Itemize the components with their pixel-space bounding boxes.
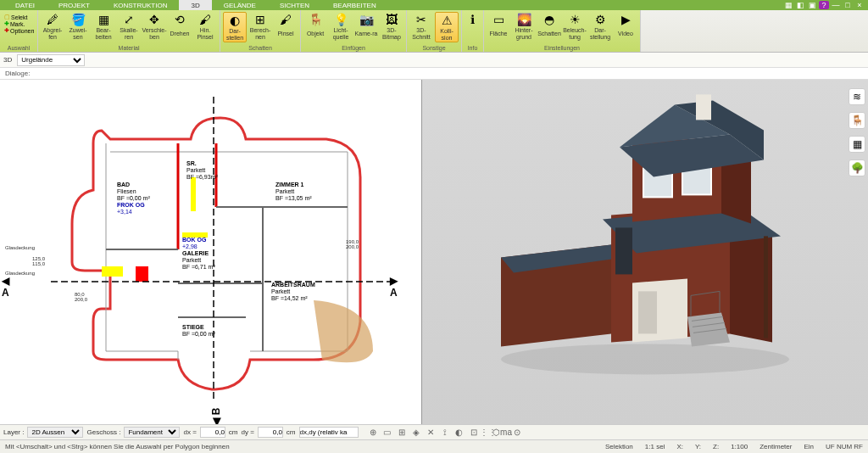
ribbon: ▢Selekt ✚Mark. ✚Optionen Auswahl 🖉Abgrei… <box>0 10 868 53</box>
drehen-button[interactable]: ⟲Drehen <box>168 12 192 41</box>
tool-icon[interactable]: ⊡ <box>468 427 480 439</box>
tool-icon[interactable]: ◐ <box>453 427 465 439</box>
svg-rect-7 <box>102 266 123 277</box>
geschoss-select[interactable]: Fundament <box>124 427 180 438</box>
ribbon-group-auswahl: ▢Selekt ✚Mark. ✚Optionen Auswahl <box>0 10 38 52</box>
ribbon-group-einstellungen: ▭Fläche 🌄Hinter-grund ◓Schatten ☀Beleuch… <box>484 10 641 52</box>
ribbon-group-einfuegen: 🪑Objekt 💡Licht-quelle 📷Kame-ra 🖼3D-Bitma… <box>301 10 407 52</box>
svg-rect-36 <box>696 94 711 120</box>
lichtquelle-button[interactable]: 💡Licht-quelle <box>329 12 353 41</box>
tree-icon[interactable]: 🌳 <box>849 159 865 176</box>
zuweisen-button[interactable]: 🪣Zuwei-sen <box>66 12 90 41</box>
glasdeckung-label-2: Glasdeckung <box>5 271 35 276</box>
objekt-button[interactable]: 🪑Objekt <box>303 12 327 41</box>
berechnen-button[interactable]: ⊞Berech-nen <box>248 12 272 42</box>
tool-icon[interactable]: ✕ <box>425 427 437 439</box>
menu-tab-sichten[interactable]: SICHTEN <box>268 0 321 10</box>
dx-input[interactable] <box>200 427 225 438</box>
view-label: 3D <box>3 56 12 64</box>
close-icon[interactable]: × <box>854 1 865 9</box>
schatten-set-button[interactable]: ◓Schatten <box>537 12 561 41</box>
menu-tab-3d[interactable]: 3D <box>179 0 211 10</box>
svg-point-13 <box>501 344 789 374</box>
dy-input[interactable] <box>258 427 283 438</box>
3d-canvas[interactable]: ≋ 🪑 ▦ 🌳 <box>422 80 868 424</box>
status-ein: Ein <box>804 443 814 450</box>
ribbon-group-title: Sonstige <box>409 45 459 52</box>
section-mark-a: ◀A <box>2 275 9 299</box>
menu-tab-bearbeiten[interactable]: BEARBEITEN <box>321 0 388 10</box>
svg-rect-32 <box>615 227 632 274</box>
optionen-button[interactable]: ✚Optionen <box>4 27 33 34</box>
hinpinsel-button[interactable]: 🖌Hin. Pinsel <box>193 12 217 41</box>
bitmap-button[interactable]: 🖼3D-Bitmap <box>380 12 403 41</box>
status-y: Y: <box>695 443 701 450</box>
dxdy-input[interactable] <box>299 427 359 438</box>
ribbon-group-title: Material <box>41 45 217 52</box>
video-button[interactable]: ▶Video <box>614 12 637 41</box>
minimize-icon[interactable]: — <box>831 1 841 9</box>
mark-button[interactable]: ✚Mark. <box>4 20 33 27</box>
menu-tab-gelaende[interactable]: GELÄNDE <box>212 0 268 10</box>
menu-tab-datei[interactable]: DATEI <box>3 0 47 10</box>
help-icon[interactable]: ? <box>819 1 829 9</box>
verschieben-button[interactable]: ✥Verschie-ben <box>142 12 166 41</box>
status-selektion: Selektion <box>605 443 633 450</box>
side-toolbar: ≋ 🪑 ▦ 🌳 <box>849 88 865 176</box>
hintergrund-button[interactable]: 🌄Hinter-grund <box>512 12 536 41</box>
layer-select[interactable]: 2D Aussen <box>27 427 83 438</box>
furniture-icon[interactable]: 🪑 <box>849 112 865 129</box>
darstellung-button[interactable]: ⚙Dar-stellung <box>588 12 612 41</box>
menu-tab-konstruktion[interactable]: KONSTRUKTION <box>102 0 180 10</box>
layers-icon[interactable]: ≋ <box>849 88 865 105</box>
tool-icon[interactable]: ⬡ma <box>497 427 509 439</box>
ribbon-group-title: Einfügen <box>303 45 403 52</box>
status-uf: UF NUM RF <box>826 443 863 450</box>
menubar: DATEI PROJEKT KONSTRUKTION 3D GELÄNDE SI… <box>0 0 868 10</box>
workspace: BADFliesenBF =0,00 m²FROK OG+3,14 SR.Par… <box>0 80 868 424</box>
section-mark-b: ◀ B <box>210 407 222 424</box>
dy-label: dy = <box>242 428 254 436</box>
terrain-dropdown[interactable]: Urgelände <box>17 54 85 66</box>
kollision-button[interactable]: ⚠Kolli-sion <box>435 12 459 42</box>
floorplan-canvas[interactable]: BADFliesenBF =0,00 m²FROK OG+3,14 SR.Par… <box>0 80 422 424</box>
svg-rect-9 <box>191 177 196 211</box>
section-mark-a2: ▶A <box>390 275 398 299</box>
ribbon-group-title: Schatten <box>223 45 298 52</box>
palette-icon[interactable]: ▦ <box>849 136 865 153</box>
flaeche-button[interactable]: ▭Fläche <box>487 12 510 41</box>
status-unit: Zentimeter <box>760 443 792 450</box>
bearbeiten-button[interactable]: ▦Bear-beiten <box>92 12 115 41</box>
pinsel-button[interactable]: 🖌Pinsel <box>274 12 298 42</box>
maximize-icon[interactable]: □ <box>843 1 853 9</box>
darstellen-button[interactable]: ◐Dar-stellen <box>223 12 247 42</box>
titlebar-icon-3[interactable]: ▣ <box>807 1 817 9</box>
abgreifen-button[interactable]: 🖉Abgrei-fen <box>41 12 64 41</box>
titlebar-icon-2[interactable]: ◧ <box>795 1 805 9</box>
tool-icon[interactable]: ⊙ <box>511 427 523 439</box>
kamera-button[interactable]: 📷Kame-ra <box>354 12 378 41</box>
ribbon-group-sonstige: ✂3D-Schnitt ⚠Kolli-sion Sonstige <box>407 10 462 52</box>
skalieren-button[interactable]: ⤢Skalie-ren <box>117 12 141 41</box>
ribbon-group-material: 🖉Abgrei-fen 🪣Zuwei-sen ▦Bear-beiten ⤢Ska… <box>38 10 220 52</box>
ribbon-group-title: Auswahl <box>3 45 35 52</box>
ribbon-group-title: Einstellungen <box>487 45 637 52</box>
info-button[interactable]: ℹ <box>465 12 481 27</box>
tool-icon[interactable]: ◈ <box>410 427 422 439</box>
tool-icon[interactable]: ⟟ <box>439 427 451 439</box>
titlebar-icon-1[interactable]: ▦ <box>783 1 793 9</box>
geschoss-label: Geschoss : <box>86 428 120 436</box>
status-x: X: <box>676 443 683 450</box>
beleuchtung-button[interactable]: ☀Beleuch-tung <box>563 12 587 41</box>
tool-icon[interactable]: ⊞ <box>396 427 408 439</box>
tool-icon[interactable]: ⊕ <box>367 427 379 439</box>
status-hint: Mit <Umschalt> und <Strg> können Sie die… <box>5 443 230 450</box>
ribbon-group-title: Info <box>465 45 481 52</box>
schnitt-button[interactable]: ✂3D-Schnitt <box>409 12 433 42</box>
ribbon-group-info: ℹ Info <box>462 10 484 52</box>
svg-rect-37 <box>764 236 768 338</box>
menu-tab-projekt[interactable]: PROJEKT <box>47 0 102 10</box>
svg-rect-19 <box>638 291 657 333</box>
selekt-button[interactable]: ▢Selekt <box>4 14 33 20</box>
tool-icon[interactable]: ▭ <box>381 427 393 439</box>
